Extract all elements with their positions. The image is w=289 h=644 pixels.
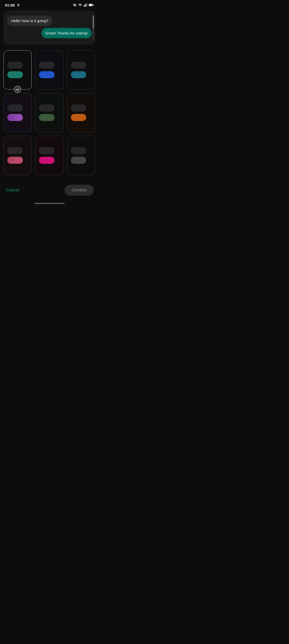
theme-card-mono[interactable] [67,136,95,175]
pill-top-6 [7,147,23,154]
pill-top-1 [39,62,55,69]
signal-icon [83,3,87,7]
svg-rect-1 [85,5,85,7]
pill-bottom-7 [39,157,55,164]
cancel-button[interactable]: Cancel [5,186,20,195]
pill-bottom-2 [71,71,86,78]
pill-bottom-1 [39,71,55,78]
pill-bottom-4 [39,114,55,121]
wifi-icon [78,3,82,7]
svg-rect-3 [87,3,87,7]
pill-bottom-3 [7,114,23,121]
chat-scrollbar-thumb [93,16,94,28]
pill-bottom-8 [71,157,86,164]
svg-rect-2 [86,4,86,7]
pill-bottom-5 [71,114,86,121]
received-message-row: Hello! How is it going? [7,16,92,26]
home-indicator [0,201,99,207]
theme-card-cyan[interactable] [67,50,95,90]
home-bar [34,203,65,204]
svg-rect-0 [84,5,84,7]
battery-icon [89,4,94,7]
pill-top-8 [71,147,86,154]
svg-rect-5 [89,4,92,6]
pill-bottom-0 [7,71,23,78]
pill-top-2 [71,62,86,69]
chat-preview: Hello! How is it going? Great! Thanks fo… [4,11,95,45]
received-bubble: Hello! How is it going? [7,16,52,26]
svg-rect-6 [93,5,94,6]
status-bar: 01:08 X [0,0,99,9]
selected-checkmark [14,86,21,93]
status-right [73,3,94,7]
pill-top-5 [71,104,86,111]
sent-message-row: Great! Thanks for asking! [7,28,92,38]
pill-top-3 [7,104,23,111]
x-app-icon: X [17,3,19,7]
pill-bottom-6 [7,157,23,164]
theme-card-hotpink[interactable] [35,136,63,175]
status-left: 01:08 X [5,3,20,7]
status-time: 01:08 [5,3,15,7]
theme-card-blue[interactable] [35,50,63,90]
bottom-action-bar: Cancel Confirm [0,180,99,201]
chat-scrollbar [93,16,94,40]
mute-icon [73,3,77,7]
theme-card-rose[interactable] [4,136,32,175]
confirm-button[interactable]: Confirm [65,185,94,196]
pill-top-0 [7,62,23,69]
pill-top-4 [39,104,55,111]
theme-card-orange[interactable] [67,93,95,132]
theme-card-green[interactable] [35,93,63,132]
pill-top-7 [39,147,55,154]
sent-bubble: Great! Thanks for asking! [41,28,92,38]
theme-grid [0,45,99,178]
theme-card-purple[interactable] [4,93,32,132]
theme-card-teal[interactable] [4,50,32,90]
